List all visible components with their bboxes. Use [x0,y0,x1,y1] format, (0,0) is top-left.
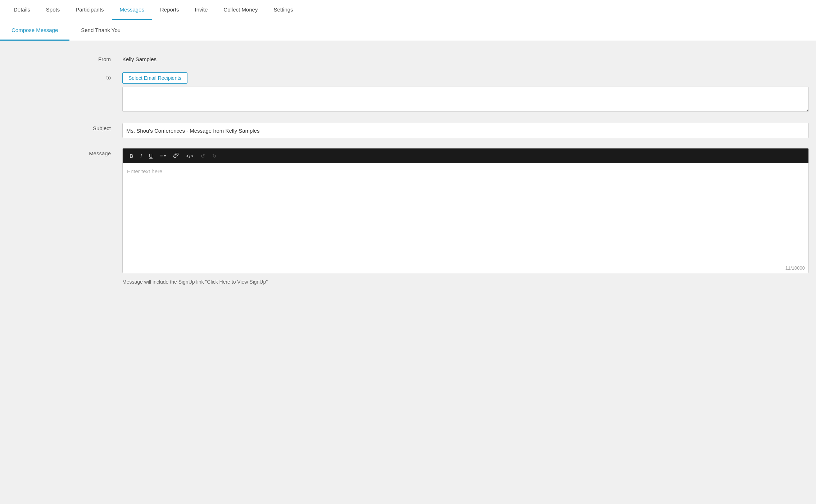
top-nav-tab-messages[interactable]: Messages [112,0,152,20]
underline-button[interactable]: U [146,151,156,161]
editor-toolbar: B I U ≡ ▾ [123,148,808,163]
from-label: From [0,54,122,62]
compose-message-form: From Kelly Samples to Select Email Recip… [0,54,816,285]
main-content: From Kelly Samples to Select Email Recip… [0,41,816,504]
italic-button[interactable]: I [137,151,145,161]
link-button[interactable] [170,151,182,161]
sub-tab-bar: Compose MessageSend Thank You [0,20,816,41]
to-row: to Select Email Recipients [0,72,809,113]
link-icon [173,152,179,159]
top-nav-tab-reports[interactable]: Reports [152,0,187,20]
from-value: Kelly Samples [122,54,809,62]
redo-button[interactable]: ↻ [209,151,220,161]
message-label: Message [0,148,122,156]
undo-button[interactable]: ↺ [198,151,208,161]
sub-tab-send-thank-you[interactable]: Send Thank You [69,20,132,41]
top-nav-tab-participants[interactable]: Participants [68,0,112,20]
align-button[interactable]: ≡ ▾ [157,151,169,161]
message-editor-body[interactable]: Enter text here [123,163,808,264]
top-nav-tab-spots[interactable]: Spots [38,0,68,20]
message-editor: B I U ≡ ▾ [122,148,809,273]
subject-input[interactable] [122,123,809,138]
top-nav-tab-settings[interactable]: Settings [266,0,301,20]
top-navigation: DetailsSpotsParticipantsMessagesReportsI… [0,0,816,20]
recipients-textarea[interactable] [122,87,809,112]
to-label: to [0,72,122,81]
select-recipients-button[interactable]: Select Email Recipients [122,72,187,84]
align-chevron-icon: ▾ [164,154,166,158]
bold-button[interactable]: B [126,151,136,161]
top-nav-tab-invite[interactable]: Invite [187,0,216,20]
top-nav-tab-collect-money[interactable]: Collect Money [216,0,266,20]
message-placeholder: Enter text here [127,168,162,174]
subject-row: Subject [0,123,809,138]
align-icon: ≡ [160,153,163,159]
subject-control-area [122,123,809,138]
from-value-area: Kelly Samples [122,54,809,62]
message-row: Message B I U ≡ ▾ [0,148,809,285]
subject-label: Subject [0,123,122,131]
char-count: 11/10000 [123,264,808,273]
message-control-area: B I U ≡ ▾ [122,148,809,285]
from-row: From Kelly Samples [0,54,809,62]
top-nav-tab-details[interactable]: Details [6,0,38,20]
signup-link-note: Message will include the SignUp link "Cl… [122,279,809,285]
sub-tab-compose-message[interactable]: Compose Message [0,20,69,41]
to-control-area: Select Email Recipients [122,72,809,113]
code-button[interactable]: </> [183,151,196,161]
